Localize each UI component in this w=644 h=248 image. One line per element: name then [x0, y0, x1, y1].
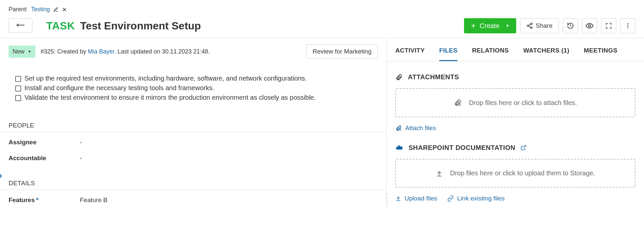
page-title[interactable]: Test Environment Setup	[80, 20, 201, 32]
fullscreen-button[interactable]	[601, 18, 616, 33]
dropzone-text: Drop files here or click to attach files…	[469, 99, 577, 107]
accountable-field[interactable]: Accountable -	[0, 148, 386, 164]
attachments-dropzone[interactable]: Drop files here or click to attach files…	[395, 88, 635, 117]
meta-text: #325: Created by Mia Bayer. Last updated…	[41, 48, 210, 55]
share-icon	[526, 22, 533, 29]
sharepoint-heading: SHAREPOINT DOCUMENTATION	[395, 144, 635, 152]
status-value: New	[13, 48, 24, 55]
cloud-icon	[395, 144, 403, 152]
features-label: Features*	[9, 196, 80, 204]
tab-relations[interactable]: RELATIONS	[472, 47, 509, 61]
people-heading: PEOPLE	[0, 122, 386, 132]
svg-point-2	[531, 27, 532, 28]
svg-point-5	[627, 25, 628, 26]
create-button[interactable]: + Create ▼	[464, 18, 516, 33]
svg-point-3	[589, 25, 590, 27]
plus-icon: +	[471, 22, 476, 30]
tab-files[interactable]: FILES	[439, 47, 457, 61]
checkbox-icon[interactable]	[15, 86, 21, 91]
create-label: Create	[480, 22, 499, 30]
attachments-heading: ATTACHMENTS	[395, 73, 635, 81]
attach-icon	[454, 99, 462, 107]
checklist-text: Validate the test environment to ensure …	[24, 94, 316, 101]
link-icon	[447, 195, 454, 202]
tabs: ACTIVITY FILES RELATIONS WATCHERS (1) ME…	[387, 38, 644, 61]
sharepoint-dropzone[interactable]: Drop files here or click to upload them …	[395, 159, 635, 188]
chevron-down-icon: ▼	[28, 50, 31, 53]
sharepoint-heading-text: SHAREPOINT DOCUMENTATION	[409, 144, 515, 152]
attach-link-text: Attach files	[405, 124, 436, 132]
link-existing-files-link[interactable]: Link existing files	[447, 195, 505, 202]
close-icon[interactable]	[62, 7, 67, 12]
history-icon	[567, 22, 574, 29]
tab-meetings[interactable]: MEETINGS	[584, 47, 618, 61]
eye-icon	[586, 22, 593, 30]
svg-point-0	[531, 23, 532, 25]
expand-icon	[605, 22, 612, 29]
details-heading: DETAILS	[0, 180, 386, 190]
review-label: Review for Marketing	[313, 48, 372, 55]
external-link-icon[interactable]	[520, 145, 526, 151]
assignee-field[interactable]: Assignee -	[0, 132, 386, 148]
checklist-text: Install and configure the necessary test…	[24, 84, 214, 92]
accountable-label: Accountable	[9, 155, 80, 162]
upload-icon	[436, 170, 443, 177]
meta-suffix: . Last updated on 30.11.2023 21:48.	[114, 48, 210, 55]
attach-icon	[395, 125, 402, 131]
description: Set up the required test environments, i…	[0, 59, 386, 106]
tab-activity[interactable]: ACTIVITY	[395, 47, 425, 61]
expand-sidebar-chevron[interactable]: ›	[0, 170, 2, 181]
attach-files-link[interactable]: Attach files	[395, 124, 436, 132]
checklist-item[interactable]: Validate the test environment to ensure …	[15, 94, 378, 101]
type-label: TASK	[46, 20, 75, 32]
assignee-value: -	[80, 139, 82, 146]
more-vertical-icon	[625, 22, 631, 29]
upload-icon	[395, 195, 401, 201]
status-dropdown[interactable]: New ▼	[9, 46, 35, 58]
checklist-text: Set up the required test environments, i…	[24, 75, 307, 82]
dropzone-text: Drop files here or click to upload them …	[450, 169, 595, 177]
checkbox-icon[interactable]	[15, 76, 21, 82]
header: TASK Test Environment Setup + Create ▼ S…	[0, 16, 644, 38]
paperclip-icon	[395, 74, 403, 81]
watch-button[interactable]	[582, 18, 597, 33]
meta-prefix: #325: Created by	[41, 48, 88, 55]
back-button[interactable]	[9, 18, 32, 33]
checklist-item[interactable]: Set up the required test environments, i…	[15, 75, 378, 82]
history-button[interactable]	[563, 18, 578, 33]
edit-icon[interactable]	[53, 7, 58, 12]
breadcrumb-parent-link[interactable]: Testing	[31, 6, 50, 13]
upload-files-link[interactable]: Upload files	[395, 195, 437, 202]
svg-point-4	[627, 23, 628, 24]
share-button[interactable]: Share	[520, 18, 559, 33]
breadcrumb-label: Parent:	[9, 6, 28, 13]
upload-link-text: Upload files	[405, 195, 437, 202]
column-resize-handle[interactable]	[386, 194, 388, 206]
features-value: Feature B	[80, 196, 107, 204]
assignee-label: Assignee	[9, 139, 80, 146]
accountable-value: -	[80, 155, 82, 162]
link-existing-text: Link existing files	[457, 195, 505, 202]
attachments-heading-text: ATTACHMENTS	[408, 73, 459, 81]
review-button[interactable]: Review for Marketing	[306, 44, 378, 59]
features-field[interactable]: Features* Feature B	[0, 190, 386, 206]
checklist-item[interactable]: Install and configure the necessary test…	[15, 84, 378, 92]
breadcrumb: Parent: Testing	[0, 0, 644, 16]
svg-point-6	[627, 27, 628, 28]
more-button[interactable]	[620, 18, 635, 33]
svg-point-1	[527, 25, 529, 27]
checkbox-icon[interactable]	[15, 95, 21, 101]
share-label: Share	[536, 22, 553, 29]
author-link[interactable]: Mia Bayer	[88, 48, 114, 55]
chevron-down-icon: ▼	[505, 23, 509, 28]
tab-watchers[interactable]: WATCHERS (1)	[523, 47, 569, 61]
